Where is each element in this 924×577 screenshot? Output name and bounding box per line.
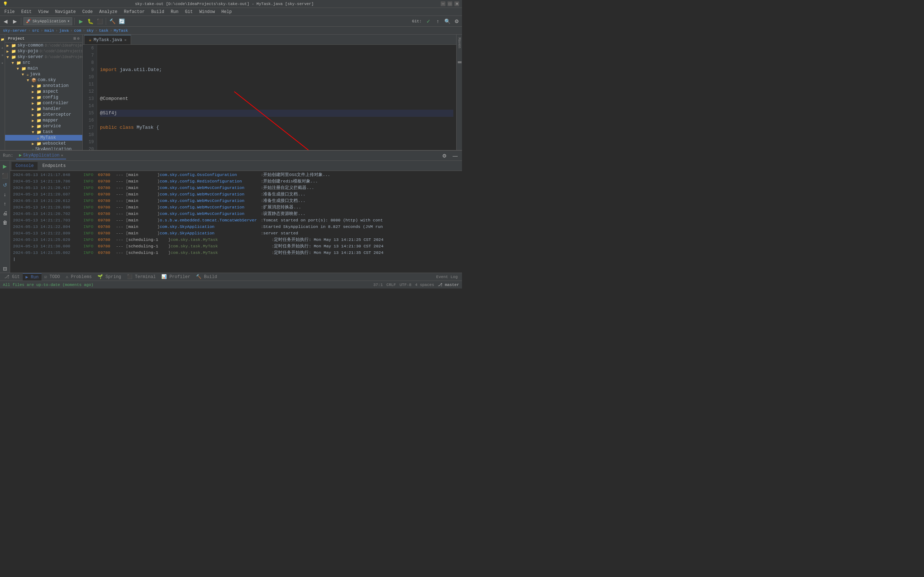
tree-task[interactable]: ▼ 📁 task <box>5 129 82 135</box>
project-panel-icon[interactable]: 📁 <box>0 36 4 43</box>
tree-service[interactable]: ▶ 📁 service <box>5 123 82 129</box>
menu-code[interactable]: Code <box>79 9 96 15</box>
print-button[interactable]: 🖨 <box>1 209 9 217</box>
tree-annotation[interactable]: ▶ 📁 annotation <box>5 83 82 89</box>
event-log-link[interactable]: Event Log <box>436 275 458 279</box>
close-button[interactable]: ✕ <box>454 2 459 6</box>
menu-edit[interactable]: Edit <box>18 9 35 15</box>
nav-main[interactable]: main <box>44 29 54 33</box>
tab-mytask[interactable]: ☕ MyTask.java ✕ <box>84 35 131 44</box>
tab-close-icon[interactable]: ✕ <box>124 38 126 42</box>
tree-java[interactable]: ▼ ☕ java <box>5 71 82 77</box>
scroll-to-end-button[interactable]: ↓ <box>1 190 9 198</box>
menu-help[interactable]: Help <box>218 9 234 15</box>
search-button[interactable]: 🔍 <box>443 17 451 25</box>
menu-git[interactable]: Git <box>182 9 196 15</box>
clear-button[interactable]: 🗑 <box>1 219 9 226</box>
controller-label: controller <box>43 101 69 106</box>
tree-aspect[interactable]: ▶ 📁 aspect <box>5 89 82 95</box>
menu-build[interactable]: Build <box>149 9 167 15</box>
tree-sky-server[interactable]: ▼ 📁 sky-server D:\code\IdeaProjects\sky-… <box>5 54 82 60</box>
bottom-tab-run[interactable]: ▶ Run <box>23 273 42 280</box>
debug-button[interactable]: 🐛 <box>86 17 94 25</box>
menu-window[interactable]: Window <box>196 9 218 15</box>
minimize-button[interactable]: ─ <box>441 2 446 6</box>
menu-analyze[interactable]: Analyze <box>96 9 120 15</box>
line-separator[interactable]: CRLF <box>386 283 396 287</box>
indent-info[interactable]: 4 spaces <box>415 283 434 287</box>
forward-button[interactable]: ▶ <box>11 17 19 25</box>
endpoints-tab[interactable]: Endpoints <box>38 162 69 170</box>
run-button[interactable]: ▶ <box>77 17 85 25</box>
panel-settings-button[interactable]: ⚙ <box>440 152 448 160</box>
encoding[interactable]: UTF-8 <box>399 283 412 287</box>
rerun-failed-button[interactable]: ↺ <box>1 181 9 189</box>
tree-skyapplication[interactable]: ☕ SkyApplication <box>5 147 82 150</box>
run-skyapplication-tab[interactable]: ▶ SkyApplication ✕ <box>16 152 66 160</box>
tree-interceptor[interactable]: ▶ 📁 interceptor <box>5 112 82 118</box>
commit-panel-icon[interactable]: ± <box>0 45 4 51</box>
run-tab-close[interactable]: ✕ <box>61 153 63 158</box>
git-check-button[interactable]: ✓ <box>425 17 432 25</box>
bottom-tab-profiler[interactable]: 📊 Profiler <box>158 273 193 280</box>
code-line-11: public class MyTask { <box>100 124 453 131</box>
tree-sky-common[interactable]: ▶ 📁 sky-common D:\code\IdeaProjects\sky-… <box>5 43 82 48</box>
bottom-tab-todo[interactable]: ☑ TODO <box>42 273 63 280</box>
project-selector[interactable]: 🚀 SkyApplication ▾ <box>23 17 72 25</box>
git-up-button[interactable]: ↑ <box>434 17 442 25</box>
tree-comsky[interactable]: ▼ 📦 com.sky <box>5 77 82 83</box>
tree-mytask[interactable]: ☕ MyTask <box>5 135 82 141</box>
nav-sky-server[interactable]: sky-server <box>3 29 27 33</box>
stop-run-button[interactable]: ⬛ <box>1 172 9 180</box>
console-tab[interactable]: Console <box>11 162 37 170</box>
tree-expand-icon[interactable]: ⊞ <box>74 36 76 41</box>
tree-handler[interactable]: ▶ 📁 handler <box>5 106 82 112</box>
cursor-position[interactable]: 37:1 <box>373 283 383 287</box>
tree-websocket[interactable]: ▶ 📁 websocket <box>5 141 82 147</box>
code-editor[interactable]: 6 7 8 9 10 11 12 13 14 15 16 17 18 <box>82 45 456 150</box>
sync-button[interactable]: 🔄 <box>118 17 126 25</box>
scroll-up-button[interactable]: ↑ <box>1 200 9 208</box>
rerun-button[interactable]: ▶ <box>1 162 9 170</box>
toolbar-separator-2 <box>74 18 75 25</box>
menu-run[interactable]: Run <box>168 9 181 15</box>
nav-task[interactable]: task <box>99 29 108 33</box>
settings-button[interactable]: ⚙ <box>452 17 460 25</box>
bottom-tab-terminal[interactable]: ⬛ Terminal <box>124 273 159 280</box>
filter-button[interactable]: ⊟ <box>1 265 9 272</box>
build-button[interactable]: 🔨 <box>108 17 116 25</box>
tree-controller[interactable]: ▶ 📁 controller <box>5 100 82 106</box>
menu-refactor[interactable]: Refactor <box>121 9 148 15</box>
code-content[interactable]: import java.util.Date; @Component @Slf4j… <box>97 45 456 150</box>
favorites-panel-icon[interactable]: ★ <box>0 60 4 66</box>
bottom-tab-problems[interactable]: ⚠ Problems <box>63 273 95 280</box>
back-button[interactable]: ◀ <box>2 17 10 25</box>
maximize-button[interactable]: □ <box>447 2 452 6</box>
nav-src[interactable]: src <box>32 29 39 33</box>
structure-panel-icon[interactable]: ≡ <box>0 53 4 58</box>
menu-view[interactable]: View <box>36 9 52 15</box>
tree-main[interactable]: ▼ 📁 main <box>5 66 82 71</box>
tree-config[interactable]: ▶ 📁 config <box>5 95 82 100</box>
maven-tab[interactable]: Maven <box>457 35 462 51</box>
stop-button[interactable]: ⬛ <box>96 17 103 25</box>
nav-mytask[interactable]: MyTask <box>114 29 128 33</box>
tree-src[interactable]: ▼ 📁 src <box>5 60 82 66</box>
bottom-layout: ▶ ⬛ ↺ ↓ ↑ 🖨 🗑 ⊟ Console En <box>0 161 462 272</box>
menu-navigate[interactable]: Navigate <box>52 9 79 15</box>
console-output[interactable]: 2024-05-13 14:21:17.848 INFO 69780 --- [… <box>10 171 462 272</box>
folder-icon-interceptor: ▶ 📁 <box>32 113 42 117</box>
tree-mapper[interactable]: ▶ 📁 mapper <box>5 118 82 123</box>
bottom-tab-git[interactable]: ⎇ Git <box>2 273 23 280</box>
tree-sky-pojo[interactable]: ▶ 📁 sky-pojo D:\code\IdeaProjects\sky-ta… <box>5 48 82 54</box>
menu-file[interactable]: File <box>2 9 18 15</box>
bottom-tab-build[interactable]: 🔨 Build <box>193 273 220 280</box>
tree-settings-icon[interactable]: ⚙ <box>77 36 79 41</box>
codeglance-tab[interactable]: ▓ <box>457 58 462 66</box>
nav-java[interactable]: java <box>59 29 69 33</box>
bottom-tab-spring[interactable]: 🌱 Spring <box>95 273 124 280</box>
nav-sky[interactable]: sky <box>87 29 94 33</box>
nav-com[interactable]: com <box>74 29 81 33</box>
git-branch[interactable]: ⎇ master <box>438 282 459 287</box>
panel-close-button[interactable]: — <box>451 152 459 160</box>
